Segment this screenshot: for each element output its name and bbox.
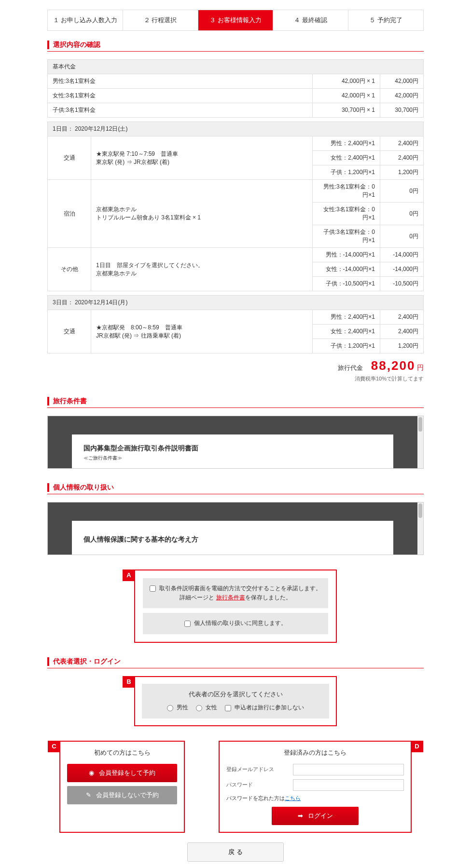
unit-cell: 男性：2,400円×1 [313, 310, 380, 325]
tax-note: 消費税率10%で計算してます [47, 375, 424, 382]
step-4: ４ 最終確認 [273, 10, 348, 30]
rep-title: 代表者の区分を選択してください [148, 690, 323, 700]
password-label: パスワード [226, 781, 289, 788]
desc-cell: 1日目 部屋タイプを選択してください。京都東急ホテル [91, 248, 313, 291]
category-cell: 宿泊 [48, 180, 91, 248]
base-row-amt: 42,000円 [380, 89, 424, 103]
day3-header: 3日目： 2020年12月14日(月) [48, 296, 424, 310]
amt-cell: 2,400円 [380, 310, 424, 325]
unit-cell: 子供：1,200円×1 [313, 165, 380, 180]
email-field[interactable] [293, 764, 404, 775]
unit-cell: 女性：-14,000円×1 [313, 262, 380, 277]
amt-cell: 1,200円 [380, 339, 424, 353]
doc-title: 個人情報保護に関する基本的な考え方 [83, 535, 382, 544]
amt-cell: -14,000円 [380, 248, 424, 262]
step-5: ５ 予約完了 [348, 10, 423, 30]
step-2: ２ 行程選択 [123, 10, 198, 30]
login-button[interactable]: ➡ ログイン [272, 807, 359, 825]
email-label: 登録メールアドレス [226, 766, 289, 773]
unit-cell: 女性：2,400円×1 [313, 151, 380, 165]
back-button[interactable]: 戻 る [187, 842, 284, 862]
base-row-amt: 42,000円 [380, 74, 424, 89]
desc-cell: ★京都駅発 8:00～8:59 普通車JR京都駅 (発) ⇒ 往路乗車駅 (着) [91, 310, 313, 353]
terms-link[interactable]: 旅行条件書 [216, 594, 245, 601]
rep-none-checkbox[interactable]: 申込者は旅行に参加しない [225, 704, 304, 711]
marker-b: B [123, 676, 135, 688]
desc-cell: 京都東急ホテルトリプルルーム朝食あり 3名1室料金 × 1 [91, 180, 313, 248]
password-field[interactable] [293, 779, 404, 791]
login-panel: D 登録済みの方はこちら 登録メールアドレス パスワード パスワードを忘れた方は… [219, 741, 412, 833]
section-rep-title: 代表者選択・ログイン [47, 657, 424, 666]
amt-cell: -10,500円 [380, 277, 424, 291]
desc-cell: ★東京駅発 7:10～7:59 普通車東京駅 (発) ⇒ JR京都駅 (着) [91, 136, 313, 180]
user-icon: ◉ [89, 769, 94, 776]
category-cell: 交通 [48, 136, 91, 180]
arrow-right-icon: ➡ [298, 812, 303, 819]
unit-cell: 子供：-10,500円×1 [313, 277, 380, 291]
rep-female-radio[interactable]: 女性 [196, 704, 217, 711]
step-3-active: ３ お客様情報入力 [198, 10, 274, 30]
section-privacy-title: 個人情報の取り扱い [47, 483, 424, 492]
divider [47, 668, 424, 668]
amt-cell: -14,000円 [380, 262, 424, 277]
base-row-label: 男性:3名1室料金 [48, 74, 313, 89]
base-row-label: 女性:3名1室料金 [48, 89, 313, 103]
step-1: １ お申し込み人数入力 [48, 10, 123, 30]
category-cell: 交通 [48, 310, 91, 353]
total-amount: 88,200 [371, 358, 416, 373]
new-user-panel: C 初めての方はこちら ◉ 会員登録をして予約 ✎ 会員登録しないで予約 [59, 741, 185, 833]
base-row-label: 子供:3名1室料金 [48, 103, 313, 118]
unit-cell: 女性:3名1室料金：0円×1 [313, 203, 380, 225]
marker-a: A [123, 570, 135, 581]
unit-cell: 男性:3名1室料金：0円×1 [313, 180, 380, 203]
base-row-unit: 42,000円 × 1 [313, 74, 380, 89]
privacy-document-frame[interactable]: 個人情報保護に関する基本的な考え方 [47, 502, 424, 555]
unit-cell: 男性：2,400円×1 [313, 136, 380, 151]
representative-box: B 代表者の区分を選択してください 男性 女性 申込者は旅行に参加しない [134, 676, 337, 726]
amt-cell: 0円 [380, 203, 424, 225]
marker-c: C [48, 741, 60, 752]
scrollbar[interactable] [417, 416, 423, 468]
doc-subtitle: ≪ご旅行条件書≫ [83, 455, 382, 461]
rep-male-radio[interactable]: 男性 [167, 704, 188, 711]
amt-cell: 1,200円 [380, 165, 424, 180]
unit-cell: 女性：2,400円×1 [313, 325, 380, 339]
new-user-title: 初めての方はこちら [67, 748, 177, 757]
marker-d: D [411, 741, 423, 752]
amt-cell: 2,400円 [380, 325, 424, 339]
day1-table: 1日目： 2020年12月12日(土) 交通★東京駅発 7:10～7:59 普通… [47, 122, 424, 291]
day3-table: 3日目： 2020年12月14日(月) 交通★京都駅発 8:00～8:59 普通… [47, 295, 424, 353]
doc-title: 国内募集型企画旅行取引条件説明書面 [83, 444, 382, 453]
divider [47, 494, 424, 494]
base-row-unit: 30,700円 × 1 [313, 103, 380, 118]
agree-terms-checkbox[interactable]: 取引条件説明書面を電磁的方法で交付することを承諾します。 [150, 585, 321, 592]
unit-cell: 子供:3名1室料金：0円×1 [313, 225, 380, 248]
unit-cell: 男性：-14,000円×1 [313, 248, 380, 262]
day1-header: 1日目： 2020年12月12日(土) [48, 122, 424, 136]
edit-icon: ✎ [86, 791, 91, 799]
base-price-table: 基本代金 男性:3名1室料金 42,000円 × 1 42,000円女性:3名1… [47, 59, 424, 118]
login-title: 登録済みの方はこちら [226, 748, 404, 757]
section-confirm-title: 選択内容の確認 [47, 41, 424, 49]
agree-privacy-checkbox[interactable]: 個人情報の取り扱いに同意します。 [184, 620, 287, 626]
section-terms-title: 旅行条件書 [47, 397, 424, 406]
amt-cell: 2,400円 [380, 136, 424, 151]
progress-steps: １ お申し込み人数入力 ２ 行程選択 ３ お客様情報入力 ４ 最終確認 ５ 予約… [47, 10, 424, 31]
amt-cell: 0円 [380, 180, 424, 203]
base-row-unit: 42,000円 × 1 [313, 89, 380, 103]
total-row: 旅行代金 88,200 円 [47, 358, 424, 373]
forgot-link[interactable]: こちら [285, 795, 301, 801]
divider [47, 51, 424, 52]
category-cell: その他 [48, 248, 91, 291]
base-header: 基本代金 [48, 60, 424, 74]
scrollbar[interactable] [417, 502, 423, 555]
amt-cell: 2,400円 [380, 151, 424, 165]
book-without-register-button[interactable]: ✎ 会員登録しないで予約 [67, 786, 177, 804]
unit-cell: 子供：1,200円×1 [313, 339, 380, 353]
amt-cell: 0円 [380, 225, 424, 248]
forgot-text: パスワードを忘れた方はこちら [226, 795, 404, 802]
register-and-book-button[interactable]: ◉ 会員登録をして予約 [67, 764, 177, 782]
terms-document-frame[interactable]: 国内募集型企画旅行取引条件説明書面 ≪ご旅行条件書≫ [47, 416, 424, 469]
base-row-amt: 30,700円 [380, 103, 424, 118]
agreement-box: A 取引条件説明書面を電磁的方法で交付することを承諾します。 詳細ページと 旅行… [134, 570, 337, 643]
